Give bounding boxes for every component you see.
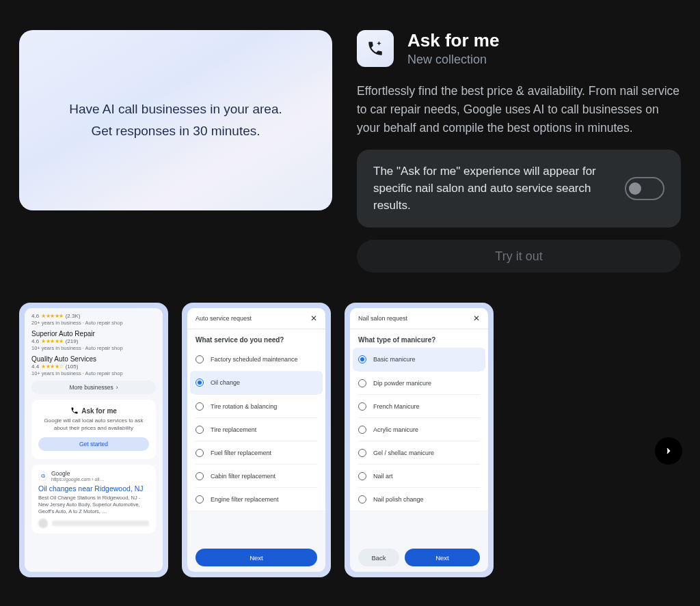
business-result-1: Superior Auto Repair 4.6 ★★★★★ (219) 10+…	[31, 330, 156, 351]
toggle-description: The "Ask for me" experience will appear …	[373, 163, 611, 214]
business-result-0: 4.6 ★★★★★ (2.3K) 20+ years in business ·…	[31, 313, 156, 326]
radio-option[interactable]: Tire replacement	[196, 417, 317, 441]
feature-toggle-panel: The "Ask for me" experience will appear …	[357, 150, 681, 228]
radio-icon	[358, 472, 366, 480]
radio-icon	[358, 426, 366, 434]
ask-for-me-app-icon	[357, 30, 394, 67]
radio-icon	[196, 495, 204, 504]
more-businesses-button[interactable]: More businesses ›	[31, 381, 156, 394]
promo-line-1: Have AI call businesses in your area.	[69, 98, 282, 120]
page-title: Ask for me	[407, 30, 499, 51]
radio-option[interactable]: Gel / shellac manicure	[358, 441, 480, 464]
option-label: Fuel filter replacement	[211, 450, 271, 456]
radio-option[interactable]: Fuel filter replacement	[196, 441, 317, 464]
feature-toggle[interactable]	[625, 177, 664, 200]
option-label: Engine filter replacement	[211, 496, 279, 503]
get-started-button[interactable]: Get started	[38, 437, 149, 451]
radio-option[interactable]: Cabin filter replacement	[196, 464, 317, 487]
radio-option[interactable]: Tire rotation & balancing	[196, 394, 317, 417]
radio-option[interactable]: Dip powder manicure	[358, 371, 480, 394]
star-icon: ★★★★★	[41, 338, 64, 344]
star-icon: ★★★★☆	[41, 363, 64, 370]
try-it-out-button[interactable]: Try it out	[357, 240, 681, 273]
option-label: Tire rotation & balancing	[211, 403, 277, 410]
radio-icon	[358, 379, 366, 387]
sheet-question: What type of manicure?	[350, 329, 488, 348]
radio-option[interactable]: Nail art	[358, 464, 480, 487]
radio-icon	[196, 355, 204, 363]
feature-description: Effortlessly find the best price & avail…	[357, 82, 681, 137]
close-icon[interactable]: ✕	[310, 314, 317, 323]
next-button[interactable]: Next	[405, 549, 480, 566]
google-logo-icon: G	[38, 471, 48, 481]
radio-icon	[196, 402, 204, 411]
radio-icon	[358, 402, 366, 411]
preview-phone-search-results[interactable]: 4.6 ★★★★★ (2.3K) 20+ years in business ·…	[19, 303, 168, 577]
option-label: Gel / shellac manicure	[373, 450, 434, 456]
radio-icon	[196, 378, 204, 387]
option-label: Tire replacement	[211, 426, 256, 433]
radio-option[interactable]: Oil change	[190, 371, 323, 394]
web-result: G Google https://google.com › oil… Oil c…	[31, 465, 156, 534]
radio-option[interactable]: Engine filter replacement	[196, 487, 317, 510]
carousel-next-button[interactable]	[655, 437, 682, 465]
sheet-question: What service do you need?	[187, 329, 325, 348]
phone-sparkle-icon	[70, 407, 79, 415]
radio-icon	[358, 355, 366, 363]
option-label: French Manicure	[373, 403, 420, 410]
next-button[interactable]: Next	[196, 549, 317, 566]
preview-carousel: 4.6 ★★★★★ (2.3K) 20+ years in business ·…	[0, 273, 700, 577]
sheet-title: Auto service request	[196, 315, 252, 322]
page-subtitle: New collection	[407, 53, 499, 67]
option-label: Nail art	[373, 473, 393, 480]
radio-icon	[196, 472, 204, 480]
radio-option[interactable]: French Manicure	[358, 394, 480, 417]
option-label: Oil change	[211, 379, 240, 386]
promo-line-2: Get responses in 30 minutes.	[91, 120, 260, 142]
radio-option[interactable]: Nail polish change	[358, 487, 480, 510]
option-label: Nail polish change	[373, 496, 424, 503]
close-icon[interactable]: ✕	[473, 314, 480, 323]
promo-card: Have AI call businesses in your area. Ge…	[19, 30, 332, 210]
radio-option[interactable]: Acrylic manicure	[358, 417, 480, 441]
chevron-right-icon: ›	[116, 384, 118, 391]
phone-sparkle-icon	[366, 40, 384, 57]
preview-phone-auto-service[interactable]: Auto service request ✕ What service do y…	[182, 303, 331, 577]
radio-icon	[358, 449, 366, 457]
back-button[interactable]: Back	[358, 549, 399, 566]
option-label: Cabin filter replacement	[211, 473, 275, 480]
radio-option[interactable]: Basic manicure	[353, 348, 485, 371]
placeholder-row	[38, 519, 149, 528]
radio-icon	[196, 426, 204, 434]
option-label: Factory scheduled maintenance	[211, 356, 298, 363]
radio-icon	[358, 495, 366, 504]
radio-icon	[196, 449, 204, 457]
star-icon: ★★★★★	[41, 313, 64, 319]
search-result-title[interactable]: Oil changes near Ridgewood, NJ	[38, 484, 149, 493]
option-label: Dip powder manicure	[373, 380, 431, 387]
toggle-knob	[629, 182, 641, 195]
option-label: Acrylic manicure	[373, 426, 418, 433]
business-result-2: Quality Auto Services 4.4 ★★★★☆ (105) 10…	[31, 355, 156, 376]
option-label: Basic manicure	[373, 356, 416, 363]
radio-option[interactable]: Factory scheduled maintenance	[196, 348, 317, 371]
preview-phone-nail-salon[interactable]: Nail salon request ✕ What type of manicu…	[345, 303, 494, 577]
ask-for-me-card: Ask for me Google will call local auto s…	[31, 400, 156, 459]
chevron-right-icon	[664, 446, 673, 456]
sheet-title: Nail salon request	[358, 315, 407, 322]
